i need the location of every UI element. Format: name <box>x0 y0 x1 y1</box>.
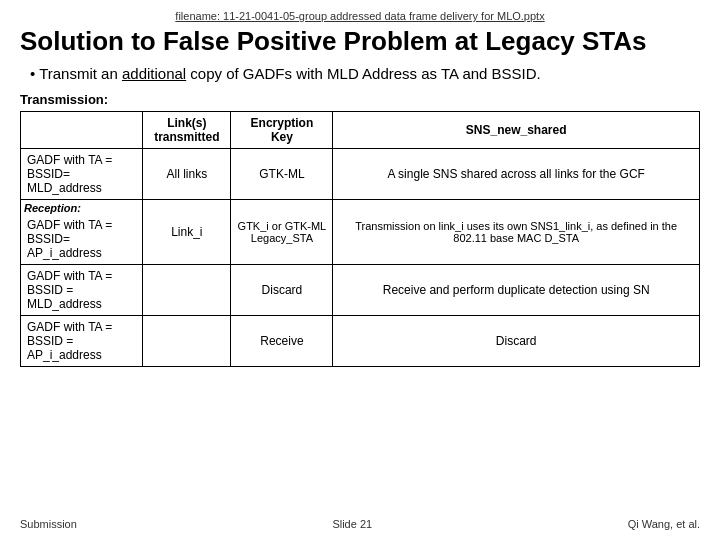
footer-center: Slide 21 <box>332 518 372 530</box>
row4-col4: Discard <box>333 316 700 367</box>
row3-col4: Receive and perform duplicate detection … <box>333 265 700 316</box>
row1-col2: All links <box>143 149 231 200</box>
row1-col4: A single SNS shared across all links for… <box>333 149 700 200</box>
row4-col2 <box>143 316 231 367</box>
row2-col1-text: GADF with TA = BSSID= AP_i_address <box>27 218 112 260</box>
row3-col1: GADF with TA = BSSID = MLD_address <box>21 265 143 316</box>
row4-col3: Receive <box>231 316 333 367</box>
row2-col4: Transmission on link_i uses its own SNS1… <box>333 200 700 265</box>
filename-text: filename: 11-21-0041-05-group addressed … <box>20 10 700 22</box>
header-col4: SNS_new_shared <box>333 112 700 149</box>
row2-col3: GTK_i or GTK-ML Legacy_STA <box>231 200 333 265</box>
header-col2: Link(s)transmitted <box>143 112 231 149</box>
header-col1 <box>21 112 143 149</box>
page-title: Solution to False Positive Problem at Le… <box>20 26 700 57</box>
row3-col3: Discard <box>231 265 333 316</box>
row1-col1: GADF with TA = BSSID= MLD_address <box>21 149 143 200</box>
reception-label: Reception: <box>24 202 81 214</box>
row4-col1: GADF with TA = BSSID = AP_i_address <box>21 316 143 367</box>
transmission-label: Transmission: <box>20 92 700 107</box>
bullet-point: • Transmit an additional copy of GADFs w… <box>30 63 700 84</box>
footer-right: Qi Wang, et al. <box>628 518 700 530</box>
row2-col2: Link_i <box>143 200 231 265</box>
footer-left: Submission <box>20 518 77 530</box>
row1-col3: GTK-ML <box>231 149 333 200</box>
header-col3: EncryptionKey <box>231 112 333 149</box>
row3-col2 <box>143 265 231 316</box>
row2-col1: Reception: GADF with TA = BSSID= AP_i_ad… <box>21 200 143 265</box>
